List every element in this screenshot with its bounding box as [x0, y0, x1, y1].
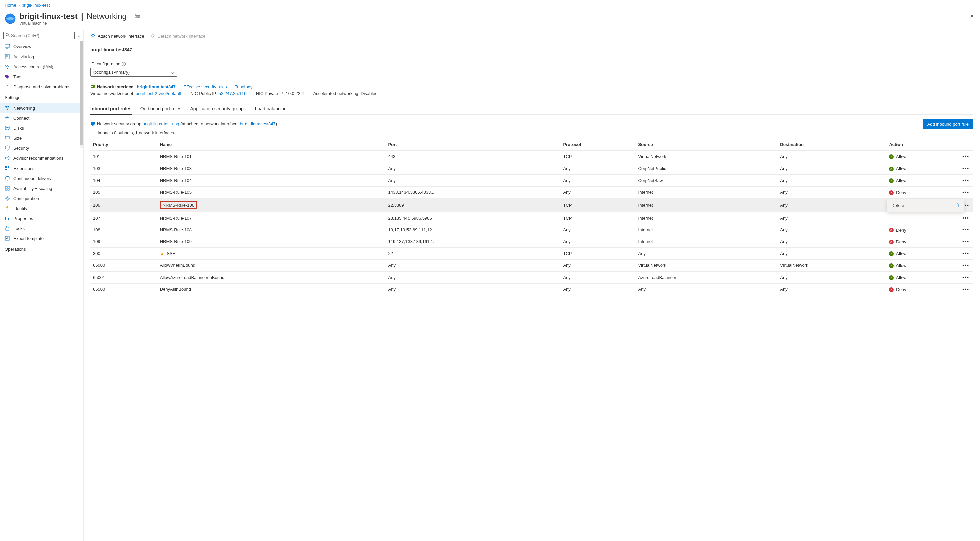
sidebar-item-overview[interactable]: Overview — [0, 41, 83, 51]
table-row[interactable]: 109NRMS-Rule-109119,137,138,139,161,1...… — [90, 236, 973, 248]
ip-config-select[interactable]: ipconfig1 (Primary) ⌵ — [90, 67, 177, 77]
cell-destination: Any — [777, 236, 886, 248]
sidebar-item-size[interactable]: Size — [0, 133, 83, 143]
row-more-button[interactable]: ••• — [959, 224, 973, 236]
col-source[interactable]: Source — [636, 139, 778, 151]
row-more-button[interactable]: ••• — [959, 163, 973, 174]
nic-interface-link[interactable]: brigit-linux-test347 — [137, 84, 175, 89]
row-more-button[interactable]: ••• — [959, 271, 973, 284]
row-more-button[interactable]: ••• — [959, 151, 973, 163]
table-row[interactable]: 65500DenyAllInBoundAnyAnyAnyAny✕ Deny••• — [90, 283, 973, 295]
col-action[interactable]: Action — [886, 139, 959, 151]
sidebar-item-continuous-delivery[interactable]: Continuous delivery — [0, 173, 83, 183]
sidebar-item-networking[interactable]: Networking — [0, 103, 83, 113]
table-row[interactable]: 108NRMS-Rule-10813,17,19,53,69,111,12...… — [90, 224, 973, 236]
cell-destination: Any — [777, 248, 886, 260]
row-more-button[interactable]: ••• — [959, 212, 973, 224]
sidebar-item-activity-log[interactable]: Activity log — [0, 51, 83, 62]
cell-priority: 107 — [90, 212, 158, 224]
svg-point-12 — [6, 65, 7, 67]
sidebar-item-access-control-iam-[interactable]: Access control (IAM) — [0, 62, 83, 72]
sidebar-item-label: Properties — [13, 216, 33, 221]
table-row[interactable]: 103NRMS-Rule-103AnyAnyCorpNetPublicAny✓ … — [90, 163, 973, 174]
add-inbound-rule-button[interactable]: Add inbound port rule — [923, 120, 973, 129]
subnet-link[interactable]: brigit-test-2-vnet/default — [135, 91, 181, 96]
cell-destination: Any — [777, 283, 886, 295]
context-menu-delete[interactable]: Delete — [888, 199, 964, 212]
sidebar-item-export-template[interactable]: Export template — [0, 233, 83, 243]
cell-name: ▲ SSH — [158, 248, 386, 260]
cell-destination: Any — [777, 271, 886, 284]
table-row[interactable]: 107NRMS-Rule-10723,135,445,5985,5986TCPI… — [90, 212, 973, 224]
nic-tab[interactable]: brigit-linux-test347 — [90, 47, 132, 55]
row-more-button[interactable]: ••• — [959, 236, 973, 248]
row-more-button[interactable]: ••• — [959, 248, 973, 260]
sidebar-item-configuration[interactable]: Configuration — [0, 193, 83, 203]
table-row[interactable]: 65000AllowVnetInBoundAnyAnyVirtualNetwor… — [90, 260, 973, 271]
breadcrumb-separator: › — [18, 3, 20, 8]
breadcrumb-current[interactable]: brigit-linux-test — [22, 3, 50, 8]
tab-inbound-rules[interactable]: Inbound port rules — [90, 103, 132, 115]
sidebar-section-operations: Operations — [0, 243, 83, 254]
table-row[interactable]: 106NRMS-Rule-10622,3389TCPInternetAny••• — [90, 198, 973, 212]
sidebar-item-label: Connect — [13, 116, 29, 121]
svg-rect-37 — [6, 228, 9, 230]
table-row[interactable]: 105NRMS-Rule-1051433,1434,3306,4333,...A… — [90, 186, 973, 198]
col-name[interactable]: Name — [158, 139, 386, 151]
sidebar: « OverviewActivity logAccess control (IA… — [0, 30, 83, 541]
cell-port: 22 — [386, 248, 561, 260]
sidebar-item-connect[interactable]: Connect — [0, 113, 83, 123]
row-more-button[interactable]: ••• — [959, 260, 973, 271]
nsg-info: Network security group brigit-linux-test… — [90, 121, 277, 127]
table-row[interactable]: 300▲ SSH22TCPAnyAny✓ Allow••• — [90, 248, 973, 260]
info-icon[interactable]: i — [122, 62, 126, 66]
sidebar-item-diagnose-and-solve-problems[interactable]: Diagnose and solve problems — [0, 81, 83, 92]
collapse-sidebar-icon[interactable]: « — [78, 34, 80, 38]
content-area: Attach network interface Detach network … — [83, 30, 980, 541]
public-ip-link[interactable]: 52.247.25.116 — [219, 91, 247, 96]
sidebar-item-label: Access control (IAM) — [13, 64, 53, 69]
print-icon[interactable] — [133, 12, 141, 21]
tab-asg[interactable]: Application security groups — [190, 103, 246, 114]
page-title-separator: | — [81, 12, 83, 21]
sidebar-item-identity[interactable]: Identity — [0, 203, 83, 213]
row-more-button[interactable]: ••• — [959, 186, 973, 198]
search-input[interactable] — [11, 33, 73, 38]
sidebar-item-extensions[interactable]: Extensions — [0, 163, 83, 173]
context-menu: Delete — [887, 199, 964, 212]
sidebar-item-advisor-recommendations[interactable]: Advisor recommendations — [0, 153, 83, 163]
table-row[interactable]: 101NRMS-Rule-101443TCPVirtualNetworkAny✓… — [90, 151, 973, 163]
col-protocol[interactable]: Protocol — [560, 139, 635, 151]
row-more-button[interactable]: ••• — [959, 174, 973, 187]
cell-action: ✕ Deny — [886, 236, 959, 248]
table-row[interactable]: 65001AllowAzureLoadBalancerInBoundAnyAny… — [90, 271, 973, 284]
sidebar-search[interactable] — [3, 32, 75, 40]
tab-load-balancing[interactable]: Load balancing — [255, 103, 286, 114]
sidebar-item-disks[interactable]: Disks — [0, 123, 83, 133]
cell-destination: Any — [777, 163, 886, 174]
col-port[interactable]: Port — [386, 139, 561, 151]
nsg-link[interactable]: brigit-linux-test-nsg — [143, 121, 179, 126]
sidebar-item-tags[interactable]: Tags — [0, 72, 83, 81]
table-row[interactable]: 104NRMS-Rule-104AnyAnyCorpNetSawAny✓ All… — [90, 174, 973, 187]
breadcrumb-home[interactable]: Home — [5, 3, 16, 8]
sidebar-item-availability-scaling[interactable]: Availability + scaling — [0, 183, 83, 193]
effective-rules-link[interactable]: Effective security rules — [184, 84, 227, 89]
attach-nic-button[interactable]: Attach network interface — [90, 33, 144, 40]
sidebar-item-security[interactable]: Security — [0, 143, 83, 153]
col-priority[interactable]: Priority — [90, 139, 158, 151]
cell-protocol: Any — [560, 236, 635, 248]
col-destination[interactable]: Destination — [777, 139, 886, 151]
row-more-button[interactable]: ••• — [959, 283, 973, 295]
sidebar-item-locks[interactable]: Locks — [0, 223, 83, 233]
sidebar-item-properties[interactable]: Properties — [0, 213, 83, 223]
scrollbar-thumb[interactable] — [80, 41, 83, 145]
nsg-nic-link[interactable]: brigit-linux-test347 — [240, 121, 275, 126]
svg-rect-24 — [5, 166, 7, 168]
accel-net-label: Accelerated networking: — [313, 91, 360, 96]
topology-link[interactable]: Topology — [235, 84, 253, 89]
tab-outbound-rules[interactable]: Outbound port rules — [140, 103, 182, 114]
properties-icon — [5, 215, 10, 221]
close-icon[interactable]: ✕ — [968, 12, 975, 21]
trash-icon — [955, 203, 959, 208]
